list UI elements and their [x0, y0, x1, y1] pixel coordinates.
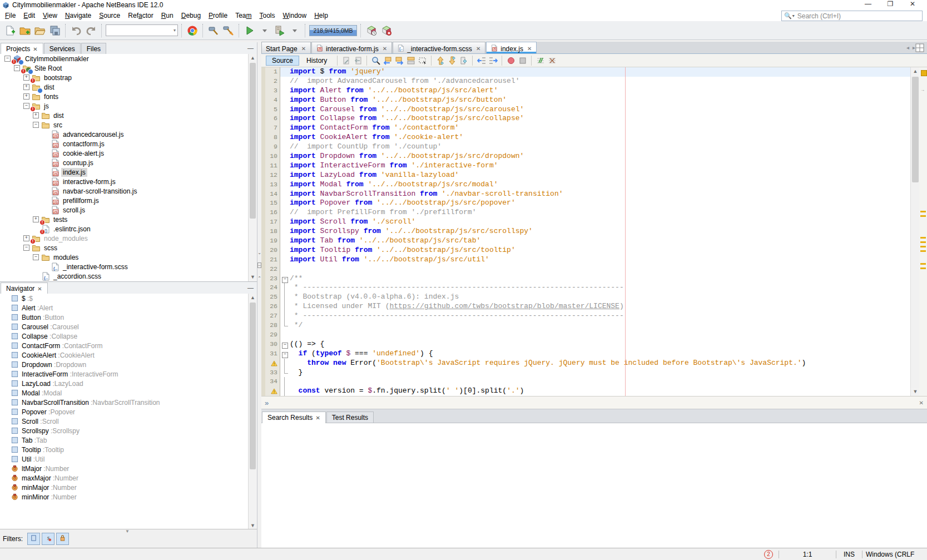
- navigator-item[interactable]: Alert : Alert: [0, 303, 249, 313]
- restore-button[interactable]: ❐: [879, 0, 901, 8]
- navigator-item[interactable]: $ : $: [0, 294, 249, 303]
- tree-item[interactable]: +fonts: [0, 92, 249, 101]
- run-dropdown-icon[interactable]: [258, 24, 271, 37]
- editor-tab-index-js[interactable]: JSindex.js✕: [486, 42, 537, 53]
- jump-back-icon[interactable]: [352, 55, 364, 66]
- expand-handle-icon[interactable]: +: [33, 112, 39, 118]
- splitter-grip-icon[interactable]: –: [257, 262, 261, 268]
- fold-column[interactable]: [280, 302, 290, 311]
- tree-item[interactable]: +!node_modules: [0, 234, 249, 243]
- menu-file[interactable]: File: [1, 11, 19, 21]
- tree-item[interactable]: JSinteractive-form.js: [0, 177, 249, 186]
- tab-files[interactable]: Files: [81, 43, 106, 54]
- expand-handle-icon[interactable]: −: [23, 245, 29, 251]
- tree-item[interactable]: −scss: [0, 243, 249, 252]
- menu-team[interactable]: Team: [231, 11, 255, 21]
- new-project-icon[interactable]: [18, 24, 32, 37]
- rect-selection-icon[interactable]: [417, 55, 428, 66]
- tree-item[interactable]: JScookie-alert.js: [0, 148, 249, 158]
- debug-dropdown-icon[interactable]: [288, 24, 301, 37]
- tree-item[interactable]: JSscroll.js: [0, 205, 249, 215]
- scroll-up-icon[interactable]: ▲: [249, 54, 257, 62]
- tree-scrollbar[interactable]: ▲ ▼: [248, 54, 257, 281]
- fold-column[interactable]: [280, 236, 290, 246]
- fold-column[interactable]: [280, 283, 290, 293]
- toggle-bookmark-icon[interactable]: [458, 55, 469, 66]
- warning-mark-icon[interactable]: [920, 267, 926, 269]
- expand-handle-icon[interactable]: +: [23, 84, 29, 90]
- profile-stop-icon[interactable]: [380, 24, 393, 37]
- splitter-up-icon[interactable]: ⌃: [257, 276, 261, 281]
- close-button[interactable]: ✕: [901, 0, 924, 8]
- fold-column[interactable]: [280, 255, 290, 265]
- debug-project-icon[interactable]: [273, 24, 286, 37]
- fold-column[interactable]: [280, 190, 290, 199]
- navigator-item[interactable]: minMajor : Number: [0, 483, 249, 492]
- minimize-button[interactable]: —: [857, 0, 879, 8]
- run-icon[interactable]: [243, 24, 256, 37]
- navigator-item[interactable]: InteractiveForm : InteractiveForm: [0, 369, 249, 379]
- navigator-item[interactable]: Util : Util: [0, 454, 249, 464]
- navigator-item[interactable]: Button : Button: [0, 313, 249, 322]
- menu-navigate[interactable]: Navigate: [61, 11, 95, 21]
- tree-item[interactable]: +!bootstrap: [0, 73, 249, 82]
- tree-item[interactable]: JSadvancedcarousel.js: [0, 130, 249, 139]
- fold-column[interactable]: [280, 180, 290, 190]
- navigator-list[interactable]: $ : $Alert : AlertButton : ButtonCarouse…: [0, 294, 249, 530]
- chevron-down-icon[interactable]: ▾: [792, 13, 795, 18]
- fold-column[interactable]: [280, 123, 290, 133]
- undo-icon[interactable]: [70, 24, 83, 37]
- navigator-item[interactable]: ContactForm : ContactForm: [0, 341, 249, 350]
- navigator-item[interactable]: maxMajor : Number: [0, 473, 249, 483]
- menu-help[interactable]: Help: [310, 11, 332, 21]
- expand-handle-icon[interactable]: −: [4, 56, 11, 62]
- prev-bookmark-icon[interactable]: [434, 55, 446, 66]
- tree-item[interactable]: −modules: [0, 252, 249, 262]
- warning-mark-icon[interactable]: [920, 250, 926, 252]
- clean-build-icon[interactable]: [222, 24, 235, 37]
- fold-column[interactable]: [280, 105, 290, 115]
- tree-item[interactable]: JSprefillform.js: [0, 196, 249, 205]
- next-occurrence-icon[interactable]: [393, 55, 405, 66]
- uncomment-icon[interactable]: [546, 55, 558, 66]
- menu-profile[interactable]: Profile: [205, 11, 231, 21]
- comment-icon[interactable]: [534, 55, 546, 66]
- fold-column[interactable]: [280, 311, 290, 321]
- shift-left-icon[interactable]: [475, 55, 487, 66]
- toggle-highlight-icon[interactable]: [405, 55, 417, 66]
- menu-refactor[interactable]: Refactor: [124, 11, 157, 21]
- fold-column[interactable]: [280, 377, 290, 386]
- navigator-item[interactable]: Scrollspy : Scrollspy: [0, 426, 249, 435]
- warning-mark-icon[interactable]: [920, 246, 926, 247]
- fold-column[interactable]: [280, 330, 290, 340]
- fold-column[interactable]: [280, 161, 290, 171]
- menu-edit[interactable]: Edit: [19, 11, 39, 21]
- redo-icon[interactable]: [85, 24, 98, 37]
- expand-handle-icon[interactable]: −: [14, 65, 20, 71]
- navigator-scrollbar[interactable]: ▲ ▼: [248, 294, 257, 530]
- minimize-panel-icon[interactable]: —: [247, 44, 254, 51]
- tree-item[interactable]: {.._interactive-form.scss: [0, 262, 249, 271]
- fold-column[interactable]: [280, 67, 290, 77]
- navigator-item[interactable]: LazyLoad : LazyLoad: [0, 379, 249, 388]
- fold-collapse-icon[interactable]: −: [282, 277, 288, 283]
- fold-column[interactable]: [280, 359, 290, 368]
- tab-services[interactable]: Services: [44, 43, 81, 54]
- warning-mark-icon[interactable]: [920, 237, 926, 239]
- browser-chrome-icon[interactable]: [186, 24, 199, 37]
- fold-column[interactable]: [280, 265, 290, 274]
- expand-handle-icon[interactable]: +: [23, 93, 29, 100]
- close-icon[interactable]: ✕: [476, 46, 480, 52]
- save-all-icon[interactable]: [48, 24, 62, 37]
- fold-column[interactable]: [280, 96, 290, 105]
- editor-tab-interactive-form-js[interactable]: JSinteractive-form.js✕: [311, 42, 392, 53]
- expand-handle-icon[interactable]: +: [33, 216, 39, 222]
- fold-column[interactable]: [280, 114, 290, 123]
- menu-tools[interactable]: Tools: [255, 11, 279, 21]
- warning-mark-icon[interactable]: [920, 263, 926, 265]
- tree-item[interactable]: JScountup.js: [0, 158, 249, 167]
- split-window-icon[interactable]: [915, 43, 924, 52]
- fold-column[interactable]: [280, 86, 290, 96]
- scroll-down-icon[interactable]: ▼: [249, 273, 257, 281]
- editor-tab-start-page[interactable]: Start Page✕: [261, 42, 311, 53]
